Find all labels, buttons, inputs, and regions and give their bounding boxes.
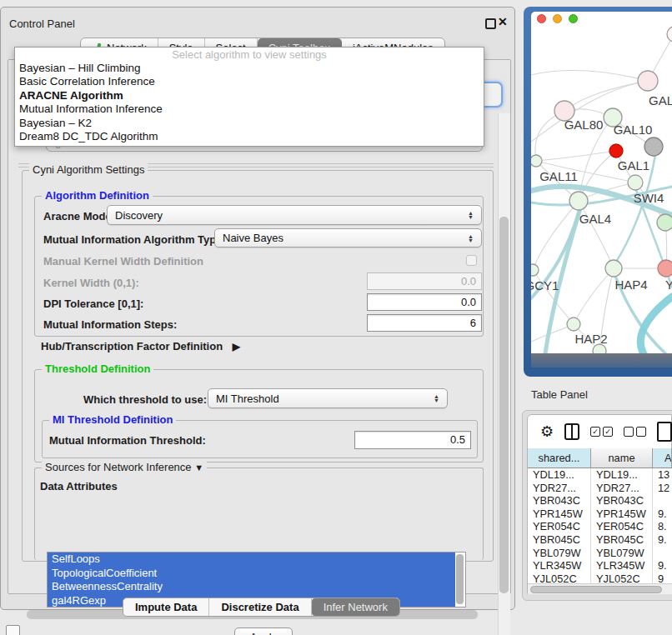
table-row[interactable]: YDL19...YDL19...13	[528, 468, 672, 482]
aracne-mode-select[interactable]: Discovery ▲▼	[107, 205, 482, 225]
mi-steps-field[interactable]: 6	[367, 314, 482, 332]
table-cell[interactable]: YLR345W	[591, 559, 653, 572]
algorithm-option[interactable]: Bayesian – Hill Climbing	[15, 62, 484, 75]
kernel-width-field[interactable]: 0.0	[367, 272, 482, 290]
table-cell[interactable]: YPR145W	[591, 508, 653, 521]
close-traffic-light[interactable]	[537, 14, 546, 23]
spinner-icon: ▲▼	[463, 234, 474, 242]
network-node[interactable]	[657, 214, 672, 231]
table-cell[interactable]: 9	[653, 572, 672, 583]
table-cell[interactable]: YBR043C	[591, 494, 653, 508]
table-row[interactable]: YDR27...YDR27...12	[528, 482, 672, 495]
table-cell[interactable]: YDL19...	[528, 468, 591, 482]
table-row[interactable]: YPR145WYPR145W9.	[528, 508, 672, 521]
table-row[interactable]: YBL079WYBL079W	[528, 547, 672, 560]
apply-button[interactable]: Apply	[234, 628, 293, 635]
table-cell[interactable]: YBR043C	[528, 494, 591, 508]
table-cell[interactable]: 9.	[653, 508, 672, 521]
float-window-icon[interactable]	[485, 18, 496, 29]
minimized-panel-icon[interactable]	[6, 625, 20, 635]
dpi-tolerance-field[interactable]: 0.0	[367, 293, 482, 311]
table-scrollbar-thumb[interactable]	[530, 586, 662, 593]
table-cell[interactable]: YDR27...	[528, 482, 591, 495]
table-body: YDL19...YDL19...13YDR27...YDR27...12YBR0…	[528, 468, 672, 583]
algorithm-option[interactable]: Bayesian – K2	[15, 117, 484, 130]
network-node[interactable]	[638, 71, 658, 91]
table-cell[interactable]	[653, 547, 672, 560]
algorithm-option[interactable]: Mutual Information Inference	[15, 102, 484, 116]
screen: Control Panel ✕ Network Style Select Cyn…	[0, 0, 672, 635]
unselect-all-columns-icon[interactable]	[624, 427, 646, 437]
close-icon[interactable]: ✕	[498, 15, 508, 28]
columns-icon[interactable]	[564, 423, 579, 440]
tab-infer-network[interactable]: Infer Network	[312, 598, 399, 616]
table-cell[interactable]: YBL079W	[528, 547, 591, 560]
network-node[interactable]	[567, 318, 580, 331]
table-cell[interactable]: 9.	[653, 533, 672, 547]
table-cell[interactable]: YER054C	[591, 520, 653, 533]
table-row[interactable]: YER054CYER054C8.	[528, 520, 672, 533]
vertical-scrollbar-thumb[interactable]	[499, 217, 509, 593]
algorithm-option[interactable]: ARACNE Algorithm	[15, 89, 484, 102]
tab-discretize-data[interactable]: Discretize Data	[209, 598, 311, 616]
network-window-titlebar[interactable]	[531, 12, 672, 25]
table-cell[interactable]: 12	[653, 482, 672, 495]
table-cell[interactable]: YDR27...	[591, 482, 653, 495]
network-canvas[interactable]: GAL80GAL10GAL1GAL11SWI4GAL4GCY1HAP4HAP2G…	[531, 25, 672, 353]
table-cell[interactable]: YJL052C	[591, 572, 653, 583]
table-cell[interactable]: 8.	[653, 520, 672, 533]
list-scrollbar-thumb[interactable]	[456, 554, 464, 604]
minimize-traffic-light[interactable]	[553, 14, 562, 23]
network-node[interactable]	[628, 175, 643, 190]
inference-algorithm-select-fragment[interactable]	[483, 82, 503, 108]
network-node[interactable]	[644, 138, 663, 156]
algorithm-option[interactable]: Dream8 DC_TDC Algorithm	[15, 130, 484, 143]
mi-threshold-field[interactable]: 0.5	[354, 431, 471, 449]
network-node[interactable]	[531, 155, 542, 167]
network-node[interactable]	[605, 260, 622, 277]
table-cell[interactable]: YLR345W	[528, 559, 591, 572]
table-cell[interactable]: 9.	[653, 559, 672, 572]
column-header-partial[interactable]: A	[653, 448, 672, 468]
selected-value: Discovery	[115, 209, 163, 222]
dropdown-placeholder: Select algorithm to view settings	[15, 48, 484, 62]
select-all-columns-icon[interactable]: ✓ ✓	[590, 427, 613, 437]
table-scrollbar[interactable]	[528, 583, 672, 594]
network-node[interactable]	[609, 144, 623, 158]
network-node[interactable]	[658, 260, 672, 277]
table-row[interactable]: YLR345WYLR345W9.	[528, 559, 672, 572]
which-threshold-select[interactable]: MI Threshold ▲▼	[208, 388, 448, 408]
algorithm-option[interactable]: Basic Correlation Inference	[15, 75, 484, 88]
column-header-shared-name[interactable]: shared...	[528, 448, 591, 468]
mi-algorithm-type-select[interactable]: Naive Bayes ▲▼	[214, 228, 482, 248]
column-header-name[interactable]: name	[591, 448, 653, 468]
table-cell[interactable]: YBR045C	[528, 533, 591, 547]
table-cell[interactable]: 13	[653, 468, 672, 482]
collapse-down-icon[interactable]: ▼	[194, 462, 203, 472]
attribute-list-item[interactable]: TopologicalCoefficient	[48, 567, 455, 581]
table-cell[interactable]: YBL079W	[591, 547, 653, 560]
manual-kernel-checkbox[interactable]	[466, 255, 477, 266]
table-toolbar: ⚙ ✓ ✓	[527, 414, 672, 448]
table-row[interactable]: YJL052CYJL052C9	[528, 572, 672, 583]
table-cell[interactable]: YER054C	[528, 520, 591, 533]
table-cell[interactable]: YJL052C	[528, 572, 591, 583]
table-cell[interactable]	[653, 494, 672, 508]
tab-impute-data[interactable]: Impute Data	[123, 598, 209, 616]
table-row[interactable]: YBR045CYBR045C9.	[528, 533, 672, 547]
table-cell[interactable]: YPR145W	[528, 508, 591, 521]
gear-icon[interactable]: ⚙	[540, 422, 554, 441]
algorithm-dropdown-popup: Select algorithm to view settings Bayesi…	[14, 47, 484, 147]
export-table-icon[interactable]	[657, 422, 672, 442]
network-node[interactable]	[569, 192, 588, 210]
zoom-traffic-light[interactable]	[569, 14, 578, 23]
table-row[interactable]: YBR043CYBR043C	[528, 494, 672, 508]
network-node[interactable]	[531, 264, 539, 276]
network-node[interactable]	[667, 27, 672, 42]
attribute-list-item[interactable]: SelfLoops	[48, 552, 455, 567]
hub-definition-toggle[interactable]: Hub/Transcription Factor Definition ▶	[41, 340, 240, 352]
table-cell[interactable]: YDL19...	[591, 468, 653, 482]
network-edge	[536, 151, 616, 161]
table-cell[interactable]: YBR045C	[591, 533, 653, 547]
attribute-list-item[interactable]: BetweennessCentrality	[48, 580, 455, 594]
